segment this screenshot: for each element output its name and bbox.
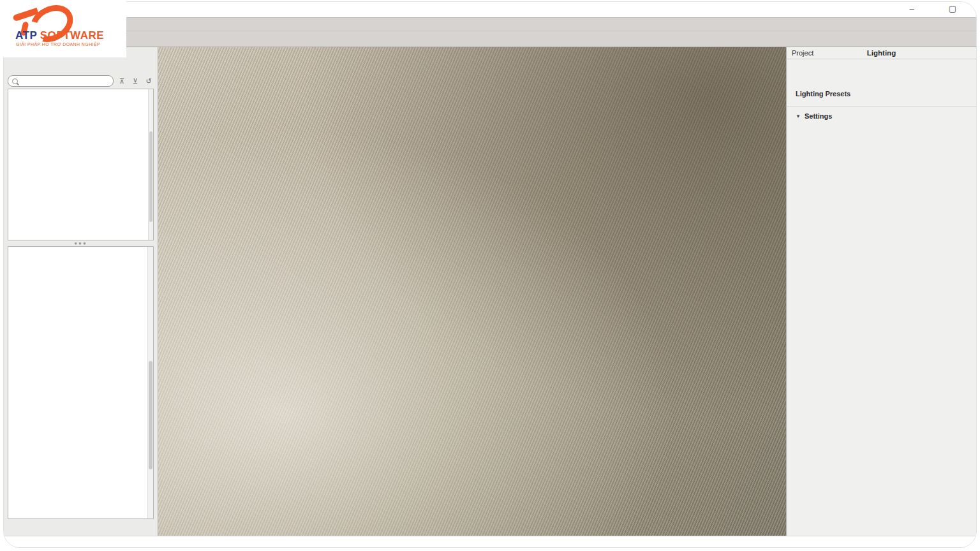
panel-splitter[interactable]: ●●●: [4, 240, 158, 246]
lighting-presets-title: Lighting Presets: [796, 90, 967, 98]
maximize-button[interactable]: ▢: [947, 4, 958, 13]
settings-title: Settings: [805, 112, 832, 120]
refresh-icon[interactable]: ↺: [144, 77, 154, 85]
logo-mark-icon: [8, 3, 84, 33]
bottom-ribbon: [4, 536, 976, 547]
app-window: – ▢ ⊼ ⊻ ↺: [3, 1, 977, 548]
main-toolbar: [4, 31, 976, 47]
panel-title: Lighting: [787, 49, 976, 57]
search-icon: [12, 78, 18, 84]
library-panel: ⊼ ⊻ ↺ ●●●: [4, 47, 158, 536]
atp-software-logo: ATP SOFTWARE GIẢI PHÁP HỖ TRỢ DOANH NGHI…: [0, 0, 126, 57]
logo-tagline: GIẢI PHÁP HỖ TRỢ DOANH NGHIỆP: [16, 42, 100, 47]
divider: [787, 107, 976, 107]
library-tabs: [4, 57, 158, 73]
minimize-button[interactable]: –: [906, 4, 917, 13]
project-panel: Project Lighting Lighting Presets ▼ Sett…: [786, 47, 976, 536]
desktop: – ▢ ⊼ ⊻ ↺: [0, 0, 980, 551]
logo-text-primary: ATP: [15, 29, 37, 41]
library-view-controls: [4, 519, 158, 536]
export-folder-icon[interactable]: ⊻: [130, 77, 140, 85]
grid-scrollbar[interactable]: [147, 247, 153, 518]
material-category-tree: [8, 89, 154, 240]
logo-text-secondary: SOFTWARE: [40, 29, 104, 41]
realtime-3d-viewport[interactable]: [158, 47, 786, 536]
collapse-caret-icon: ▼: [796, 114, 801, 119]
project-tabs: [787, 59, 976, 77]
title-bar: – ▢: [4, 2, 976, 17]
settings-section-header[interactable]: ▼ Settings: [796, 112, 967, 120]
tree-scrollbar[interactable]: [148, 89, 153, 240]
search-input[interactable]: [8, 75, 114, 87]
menu-bar: [4, 17, 976, 31]
material-thumbnail-grid: [8, 246, 154, 519]
import-folder-icon[interactable]: ⊼: [117, 77, 127, 85]
